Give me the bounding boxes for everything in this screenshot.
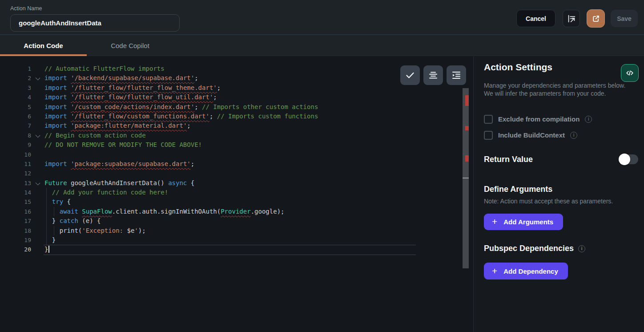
fold-gutter — [31, 169, 44, 178]
fold-gutter — [31, 197, 44, 206]
code-line-content: try { — [44, 197, 71, 206]
define-arguments-title: Define Arguments — [484, 185, 552, 194]
format-selection-button[interactable] — [423, 65, 443, 85]
code-line[interactable]: 6import '/flutter_flow/custom_functions.… — [0, 112, 473, 121]
format-action-button[interactable] — [563, 10, 580, 27]
top-bar: Action Name Cancel Save — [0, 0, 644, 35]
code-line[interactable]: 14 // Add your function code here! — [0, 188, 473, 197]
code-line[interactable]: 9// DO NOT REMOVE OR MODIFY THE CODE ABO… — [0, 140, 473, 150]
fold-gutter — [31, 83, 44, 93]
code-editor[interactable]: 1// Automatic FlutterFlow imports2import… — [0, 57, 473, 332]
code-token: Future — [44, 179, 67, 186]
view-code-button[interactable] — [621, 64, 639, 82]
line-number: 3 — [0, 83, 31, 93]
indent-guide — [46, 235, 47, 245]
line-number: 10 — [0, 150, 31, 159]
open-in-new-window-button[interactable] — [587, 9, 605, 28]
fold-gutter — [31, 121, 44, 130]
cancel-button[interactable]: Cancel — [516, 10, 555, 27]
fold-gutter — [31, 235, 44, 245]
code-line-content: } — [44, 245, 49, 254]
editor-scrollbar[interactable] — [463, 88, 469, 268]
code-line-content: import '/backend/supabase/supabase.dart'… — [44, 73, 198, 83]
code-token: import — [44, 122, 71, 129]
code-token — [44, 208, 60, 215]
line-number: 8 — [0, 131, 31, 140]
pubspec-title-label: Pubspec Dependencies — [484, 244, 574, 253]
code-token: // DO NOT REMOVE OR MODIFY THE CODE ABOV… — [44, 141, 202, 148]
code-token: catch — [60, 217, 78, 224]
checkbox[interactable] — [484, 115, 493, 124]
line-number: 13 — [0, 178, 31, 188]
code-line[interactable]: 10 — [0, 150, 473, 159]
code-line[interactable]: 15 try { — [0, 197, 473, 206]
code-line-content: } — [44, 235, 56, 245]
code-line[interactable]: 4import '/flutter_flow/flutter_flow_util… — [0, 93, 473, 102]
info-icon[interactable]: i — [585, 116, 592, 123]
scrollbar-notch — [463, 178, 469, 178]
info-icon[interactable]: i — [570, 132, 577, 139]
code-token: ; — [191, 160, 194, 167]
code-line[interactable]: 11import 'package:supabase/supabase.dart… — [0, 159, 473, 169]
code-line[interactable]: 20} — [0, 245, 473, 254]
code-line-content: print('Exception: $e'); — [44, 226, 146, 235]
checkbox[interactable] — [484, 131, 493, 140]
toggle-knob — [619, 154, 630, 165]
code-lines: 1// Automatic FlutterFlow imports2import… — [0, 64, 473, 255]
tab-action-code[interactable]: Action Code — [0, 36, 87, 56]
add-arguments-button[interactable]: + Add Arguments — [484, 214, 563, 230]
scrollbar-error-marker — [465, 155, 469, 162]
code-token: 'package:supabase/supabase.dart' — [71, 160, 191, 167]
code-line[interactable]: 19 } — [0, 235, 473, 245]
tab-bar: Action Code Code Copilot — [0, 36, 644, 56]
info-icon[interactable]: i — [578, 245, 585, 252]
code-line[interactable]: 5import '/custom_code/actions/index.dart… — [0, 102, 473, 112]
save-button[interactable]: Save — [611, 10, 638, 27]
code-line-content: await SupaFlow.client.auth.signInWithOAu… — [44, 207, 284, 216]
code-line-content: import 'package:supabase/supabase.dart'; — [44, 159, 194, 169]
code-token: ; — [194, 103, 198, 110]
line-number: 7 — [0, 121, 31, 130]
action-name-input[interactable] — [10, 14, 180, 32]
line-number: 17 — [0, 216, 31, 226]
code-line[interactable]: 8// Begin custom action code — [0, 131, 473, 140]
checkbox-group: Exclude from compilationiInclude BuildCo… — [484, 114, 592, 140]
chevron-down-icon[interactable] — [36, 76, 40, 81]
check-code-button[interactable] — [400, 65, 420, 85]
open-external-icon — [592, 14, 600, 23]
code-token: ); — [138, 227, 146, 234]
code-line[interactable]: 18 print('Exception: $e'); — [0, 226, 473, 235]
format-indent-button[interactable] — [447, 65, 466, 85]
checkbox-row: Include BuildContexti — [484, 130, 592, 140]
code-token: ; — [213, 93, 217, 101]
code-line[interactable]: 12 — [0, 169, 473, 178]
format-selection-icon — [428, 70, 439, 81]
scrollbar-error-marker — [465, 95, 469, 106]
cancel-label: Cancel — [526, 15, 546, 22]
code-line-content: // Begin custom action code — [44, 131, 146, 140]
code-token: ; — [194, 74, 198, 81]
fold-gutter — [31, 159, 44, 169]
chevron-down-icon[interactable] — [36, 133, 40, 138]
return-value-toggle[interactable] — [620, 154, 638, 164]
code-line-content: } catch (e) { — [44, 216, 101, 226]
code-line[interactable]: 16 await SupaFlow.client.auth.signInWith… — [0, 207, 473, 216]
code-line[interactable]: 7import 'package:flutter/material.dart'; — [0, 121, 473, 130]
code-token: await — [60, 208, 78, 215]
code-token: import — [44, 84, 71, 91]
tab-code-copilot[interactable]: Code Copilot — [87, 36, 173, 56]
indent-guide — [54, 207, 54, 216]
action-name-label: Action Name — [10, 5, 42, 12]
fold-gutter — [31, 188, 44, 197]
code-line[interactable]: 13Future googleAuthAndInsertData() async… — [0, 178, 473, 188]
fold-gutter — [31, 207, 44, 216]
fold-gutter — [31, 140, 44, 150]
code-line-content: // DO NOT REMOVE OR MODIFY THE CODE ABOV… — [44, 140, 202, 150]
code-line[interactable]: 17 } catch (e) { — [0, 216, 473, 226]
chevron-down-icon[interactable] — [36, 180, 40, 185]
code-token: '/flutter_flow/flutter_flow_theme.dart' — [71, 84, 217, 91]
tab-label: Code Copilot — [111, 42, 149, 49]
code-token — [44, 189, 52, 196]
add-dependency-button[interactable]: + Add Dependency — [484, 263, 568, 279]
line-number: 14 — [0, 188, 31, 197]
